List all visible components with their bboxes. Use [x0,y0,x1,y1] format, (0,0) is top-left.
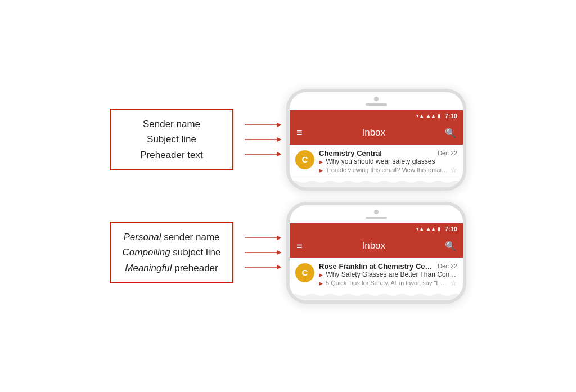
star-icon-bottom[interactable]: ☆ [450,278,457,287]
arrow-indicator-preview: ▶ [319,168,323,173]
email-list-bottom: C Rose Franklin at Chemistry Central Dec… [290,258,463,292]
bottom-label-box: Personal sender name Compelling subject … [110,222,233,283]
email-subject-top: ▶ Why you should wear safety glasses [319,157,457,165]
email-subject-bottom: ▶ Why Safety Glasses are Better Than Con… [319,271,457,278]
email-item-bottom: C Rose Franklin at Chemistry Central Dec… [290,258,463,292]
email-content-bottom: Rose Franklin at Chemistry Central Dec 2… [319,262,457,287]
email-preview-row-top: ▶ Trouble viewing this email? View this … [319,165,457,174]
email-preview-row-bottom: ▶ 5 Quick Tips for Safety. All in favor,… [319,278,457,287]
wifi-icon-bottom: ▾▲ [416,226,424,232]
arrow-indicator-subject: ▶ [319,159,323,165]
bottom-label-line2: Compelling subject line [121,245,222,260]
menu-icon-bottom[interactable]: ≡ [296,240,303,252]
status-icons: ▾▲ ▲▲ ▮ [416,113,440,119]
status-icons-bottom: ▾▲ ▲▲ ▮ [416,226,440,232]
top-arrows [239,120,284,159]
signal-icon: ▲▲ [426,113,436,119]
toolbar-title-top: Inbox [362,127,385,138]
arrow-indicator-preview-bottom: ▶ [319,281,323,286]
bottom-arrow-3-icon [245,263,284,272]
gmail-toolbar-top: ≡ Inbox 🔍 [290,121,463,145]
bottom-arrows [239,233,284,272]
top-arrow-1-icon [245,120,284,129]
toolbar-title-bottom: Inbox [362,240,385,251]
email-sender-bottom: Rose Franklin at Chemistry Central [319,262,434,271]
status-time-bottom: 7:10 [445,226,457,232]
phone-top-bar [290,92,463,110]
avatar-bottom: C [295,263,314,282]
top-phone: ▾▲ ▲▲ ▮ 7:10 ≡ Inbox 🔍 C Chemistry Centr… [286,89,466,191]
wifi-icon: ▾▲ [416,113,424,119]
camera-icon-bottom [374,210,379,214]
status-bar-bottom: ▾▲ ▲▲ ▮ 7:10 [290,223,463,235]
bottom-row: Personal sender name Compelling subject … [17,202,559,304]
menu-icon-top[interactable]: ≡ [296,127,303,139]
camera-icon [374,97,379,101]
phone-top-bar-bottom [290,205,463,223]
email-preview-top: ▶ Trouble viewing this email? View this … [319,166,448,173]
signal-icon-bottom: ▲▲ [426,226,436,232]
page-container: Sender name Subject line Preheader text [0,0,576,392]
email-preview-bottom: ▶ 5 Quick Tips for Safety. All in favor,… [319,280,448,286]
top-label-line1: Sender name [121,116,222,132]
email-date-top: Dec 22 [438,150,457,156]
top-label-box: Sender name Subject line Preheader text [110,109,233,170]
email-sender-top: Chemistry Central [319,149,434,157]
email-header-top: Chemistry Central Dec 22 [319,149,457,157]
speaker-icon [366,103,387,106]
arrow-indicator-subject-bottom: ▶ [319,272,323,278]
email-date-bottom: Dec 22 [438,263,457,269]
email-list-top: C Chemistry Central Dec 22 ▶ Why you sho… [290,145,463,179]
speaker-icon-bottom [366,217,387,219]
status-bar-top: ▾▲ ▲▲ ▮ 7:10 [290,110,463,121]
wavy-bottom-bottom [290,292,463,300]
bottom-label-line1: Personal sender name [121,229,222,245]
bottom-arrow-1-icon [245,233,284,242]
top-row: Sender name Subject line Preheader text [17,89,559,191]
battery-icon: ▮ [438,113,440,119]
bottom-phone: ▾▲ ▲▲ ▮ 7:10 ≡ Inbox 🔍 C Rose Franklin a… [286,202,466,304]
gmail-toolbar-bottom: ≡ Inbox 🔍 [290,235,463,258]
bottom-label-line3: Meaningful preheader [121,260,222,276]
search-icon-top[interactable]: 🔍 [445,128,456,138]
battery-icon-bottom: ▮ [438,226,440,232]
top-arrow-3-icon [245,150,284,159]
top-label-line3: Preheader text [121,147,222,163]
bottom-arrow-2-icon [245,248,284,257]
email-header-bottom: Rose Franklin at Chemistry Central Dec 2… [319,262,457,271]
search-icon-bottom[interactable]: 🔍 [445,241,456,251]
status-time-top: 7:10 [445,112,457,119]
star-icon-top[interactable]: ☆ [450,165,457,174]
email-item-top: C Chemistry Central Dec 22 ▶ Why you sho… [290,145,463,179]
avatar-top: C [295,150,314,169]
wavy-bottom-top [290,179,463,187]
top-arrow-2-icon [245,135,284,144]
top-label-line2: Subject line [121,132,222,147]
email-content-top: Chemistry Central Dec 22 ▶ Why you shoul… [319,149,457,174]
